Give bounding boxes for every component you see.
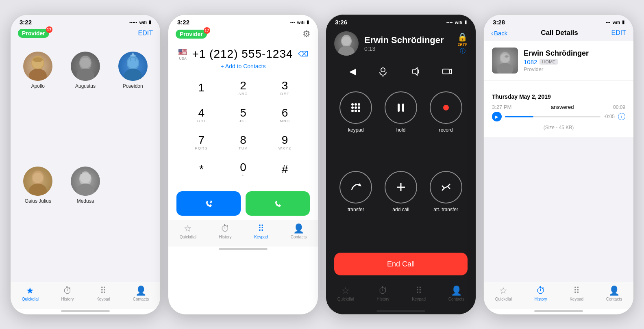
edit-button-1[interactable]: EDIT <box>138 30 153 37</box>
contact-apollo[interactable]: Apollo <box>19 52 57 158</box>
tab-keypad-4[interactable]: ⠿ Keypad <box>570 286 583 301</box>
contact-poseidon[interactable]: Poseidon <box>113 52 152 158</box>
action-keypad[interactable]: keypad <box>338 91 374 161</box>
tab-history-1[interactable]: ⏱ History <box>61 286 74 301</box>
svg-point-9 <box>128 58 138 68</box>
key-hash[interactable]: # <box>264 156 306 183</box>
star-icon-4: ☆ <box>499 286 507 296</box>
svg-point-34 <box>351 110 354 112</box>
history-icon-3: ⏱ <box>379 286 387 296</box>
key-8[interactable]: 8TUV <box>222 129 264 156</box>
keypad-label: keypad <box>348 127 364 133</box>
svg-point-5 <box>76 69 94 81</box>
back-button[interactable]: ◀ <box>349 66 356 79</box>
tab-history-3[interactable]: ⏱ History <box>377 286 389 301</box>
svg-point-45 <box>500 54 509 63</box>
mute-button[interactable] <box>378 66 388 79</box>
keypad-icon-2: ⠿ <box>258 223 264 234</box>
voip-call-button[interactable] <box>176 191 241 216</box>
svg-line-42 <box>444 186 448 188</box>
edit-button-4[interactable]: EDIT <box>611 29 626 37</box>
action-add-call[interactable]: add call <box>383 171 419 241</box>
audio-progress[interactable] <box>505 116 600 117</box>
key-5[interactable]: 5JKL <box>222 102 264 129</box>
zrtp-info-button[interactable]: ⓘ <box>460 48 466 55</box>
key-9[interactable]: 9WXYZ <box>264 129 306 156</box>
action-transfer[interactable]: transfer <box>338 171 374 241</box>
time-4: 3:28 <box>493 19 505 26</box>
back-button-4[interactable]: ‹ Back <box>491 30 507 37</box>
home-indicator-4 <box>534 310 583 312</box>
key-3[interactable]: 3DEF <box>264 74 306 102</box>
contact-number[interactable]: 1082 <box>524 58 537 65</box>
add-to-contacts[interactable]: + Add to Contacts <box>168 62 318 74</box>
tab-keypad-3[interactable]: ⠿ Keypad <box>412 286 426 301</box>
tab-quickdial-3[interactable]: ☆ Quickdial <box>337 286 354 301</box>
record-label: record <box>439 127 453 133</box>
tab-history-2[interactable]: ⏱ History <box>219 223 232 239</box>
contact-augustus[interactable]: Augustus <box>66 52 105 158</box>
gear-button[interactable]: ⚙ <box>302 29 311 39</box>
action-circle-att-transfer <box>430 171 462 203</box>
svg-point-33 <box>358 106 360 109</box>
key-1[interactable]: 1 <box>181 74 222 102</box>
tab-quickdial-2[interactable]: ☆ Quickdial <box>180 223 196 239</box>
wifi-icon-1: wifi <box>139 20 147 25</box>
tab-quickdial-1[interactable]: ★ Quickdial <box>22 286 39 301</box>
status-icons-1: ▪▪▪▪▪ wifi ▮ <box>129 19 151 25</box>
call-row: 3:27 PM answered 00:09 <box>492 104 625 110</box>
tab-bar-1: ★ Quickdial ⏱ History ⠿ Keypad 👤 Contact… <box>11 282 160 309</box>
phone-call-button[interactable] <box>246 191 310 216</box>
nav-title-4: Call Details <box>541 29 578 37</box>
action-att-transfer[interactable]: att. transfer <box>428 171 463 241</box>
key-star[interactable]: * <box>181 156 222 183</box>
contact-gaius[interactable]: Gaius Julius <box>19 167 57 273</box>
call-controls-row: ◀ <box>326 62 476 83</box>
tab-contacts-2[interactable]: 👤 Contacts <box>291 223 307 239</box>
key-2[interactable]: 2ABC <box>222 74 264 102</box>
wifi-icon-4: wifi <box>613 20 620 25</box>
signal-icon-1: ▪▪▪▪▪ <box>129 20 137 25</box>
tab-contacts-4[interactable]: 👤 Contacts <box>606 286 622 301</box>
provider-badge-1[interactable]: Provider 17 <box>18 29 49 38</box>
svg-point-3 <box>33 57 43 62</box>
video-button[interactable] <box>442 66 453 79</box>
avatar-gaius <box>23 167 52 196</box>
recording-info-button[interactable]: i <box>618 113 625 120</box>
call-entry: 3:27 PM answered 00:09 ▶ -0:05 i (Size -… <box>492 104 625 130</box>
key-7[interactable]: 7PQRS <box>181 129 222 156</box>
provider-badge-2[interactable]: Provider 17 <box>176 30 207 39</box>
tab-keypad-2[interactable]: ⠿ Keypad <box>254 223 268 239</box>
tab-history-4[interactable]: ⏱ History <box>535 286 547 301</box>
zrtp-label: ZRTP <box>458 43 468 47</box>
action-hold[interactable]: hold <box>383 91 419 161</box>
status-icons-2: ▪▪▪ wifi ▮ <box>290 19 309 25</box>
end-call-button[interactable]: End Call <box>334 253 468 275</box>
country-code: USA <box>179 56 187 61</box>
battery-icon-4: ▮ <box>622 19 624 25</box>
signal-icon-3: ▪▪▪▪ <box>446 20 453 25</box>
tab-quickdial-4[interactable]: ☆ Quickdial <box>495 286 512 301</box>
tab-contacts-1[interactable]: 👤 Contacts <box>133 286 149 301</box>
notif-badge-2: 17 <box>204 27 210 34</box>
tab-keypad-1[interactable]: ⠿ Keypad <box>96 286 110 301</box>
call-date: Thursday May 2, 2019 <box>492 93 625 100</box>
key-0[interactable]: 0+ <box>222 156 264 183</box>
status-icons-3: ▪▪▪▪ wifi ▮ <box>446 19 467 25</box>
call-duration-row: ▶ -0:05 i <box>492 112 625 121</box>
speaker-button[interactable] <box>410 66 420 79</box>
action-record[interactable]: record <box>428 91 463 161</box>
key-6[interactable]: 6MNO <box>264 102 306 129</box>
contact-medusa[interactable]: Medusa <box>66 167 105 273</box>
play-button[interactable]: ▶ <box>492 112 502 121</box>
svg-rect-37 <box>398 104 400 112</box>
avatar-augustus <box>71 52 100 81</box>
home-indicator-3 <box>376 310 425 312</box>
call-duration: 0:13 <box>364 45 452 52</box>
tab-contacts-3[interactable]: 👤 Contacts <box>448 286 464 301</box>
backspace-button[interactable]: ⌫ <box>298 50 308 58</box>
signal-icon-4: ▪▪▪ <box>606 20 611 25</box>
key-4[interactable]: 4GHI <box>181 102 222 129</box>
home-tag: HOME <box>540 59 558 65</box>
svg-point-8 <box>124 69 142 81</box>
